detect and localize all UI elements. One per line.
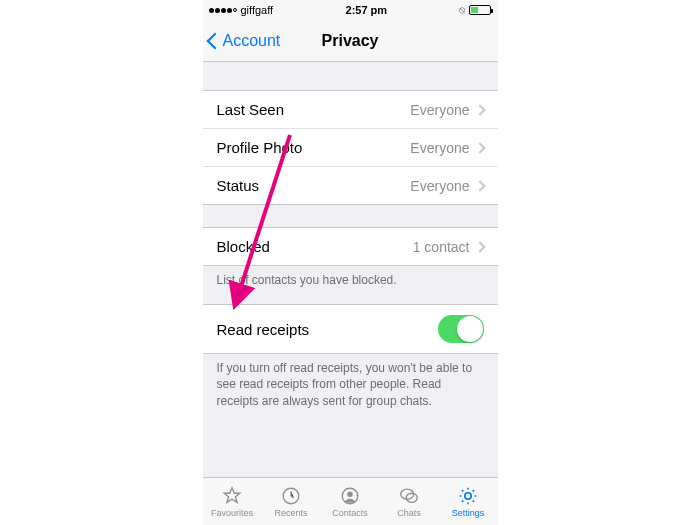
- section-spacer: [203, 62, 498, 90]
- read-receipts-toggle[interactable]: [438, 315, 484, 343]
- row-label: Blocked: [217, 238, 270, 255]
- section-spacer: [203, 294, 498, 304]
- tab-settings[interactable]: Settings: [439, 478, 498, 525]
- tab-label: Settings: [452, 508, 485, 518]
- back-label: Account: [223, 32, 281, 50]
- tab-label: Contacts: [332, 508, 368, 518]
- nav-bar: Account Privacy: [203, 20, 498, 62]
- svg-point-2: [347, 491, 353, 497]
- row-label: Status: [217, 177, 260, 194]
- tab-recents[interactable]: Recents: [262, 478, 321, 525]
- row-read-receipts: Read receipts: [203, 305, 498, 353]
- row-value-wrap: Everyone: [410, 102, 483, 118]
- star-icon: [221, 485, 243, 507]
- chevron-left-icon: [206, 32, 223, 49]
- svg-point-5: [465, 493, 471, 499]
- chevron-right-icon: [474, 142, 485, 153]
- tab-label: Chats: [397, 508, 421, 518]
- toggle-knob: [457, 316, 483, 342]
- row-profile-photo[interactable]: Profile Photo Everyone: [203, 129, 498, 167]
- clock-icon: [280, 485, 302, 507]
- read-receipts-group: Read receipts: [203, 304, 498, 354]
- row-last-seen[interactable]: Last Seen Everyone: [203, 91, 498, 129]
- tab-label: Favourites: [211, 508, 253, 518]
- privacy-group: Last Seen Everyone Profile Photo Everyon…: [203, 90, 498, 205]
- section-spacer: [203, 205, 498, 227]
- row-label: Last Seen: [217, 101, 285, 118]
- status-right: ⦸: [459, 4, 491, 16]
- row-status[interactable]: Status Everyone: [203, 167, 498, 204]
- battery-icon: [469, 5, 491, 15]
- row-value-wrap: Everyone: [410, 178, 483, 194]
- row-value: Everyone: [410, 140, 469, 156]
- back-button[interactable]: Account: [209, 32, 281, 50]
- row-label: Read receipts: [217, 321, 310, 338]
- row-value-wrap: Everyone: [410, 140, 483, 156]
- tab-favourites[interactable]: Favourites: [203, 478, 262, 525]
- tab-contacts[interactable]: Contacts: [321, 478, 380, 525]
- chevron-right-icon: [474, 241, 485, 252]
- row-value: Everyone: [410, 178, 469, 194]
- chevron-right-icon: [474, 180, 485, 191]
- status-bar: giffgaff 2:57 pm ⦸: [203, 0, 498, 20]
- row-label: Profile Photo: [217, 139, 303, 156]
- contact-icon: [339, 485, 361, 507]
- row-value: 1 contact: [413, 239, 470, 255]
- tab-bar: Favourites Recents Contacts Chats Settin…: [203, 477, 498, 525]
- row-value: Everyone: [410, 102, 469, 118]
- read-receipts-footer: If you turn off read receipts, you won't…: [203, 354, 498, 415]
- signal-dots-icon: [209, 8, 237, 13]
- dnd-icon: ⦸: [459, 4, 465, 16]
- blocked-group: Blocked 1 contact: [203, 227, 498, 266]
- carrier-label: giffgaff: [241, 4, 274, 16]
- chats-icon: [398, 485, 420, 507]
- tab-chats[interactable]: Chats: [380, 478, 439, 525]
- blocked-footer: List of contacts you have blocked.: [203, 266, 498, 294]
- status-left: giffgaff: [209, 4, 274, 16]
- phone-screen: giffgaff 2:57 pm ⦸ Account Privacy Last …: [203, 0, 498, 525]
- clock: 2:57 pm: [346, 4, 388, 16]
- gear-icon: [457, 485, 479, 507]
- row-blocked[interactable]: Blocked 1 contact: [203, 228, 498, 265]
- chevron-right-icon: [474, 104, 485, 115]
- tab-label: Recents: [274, 508, 307, 518]
- page-title: Privacy: [322, 32, 379, 50]
- row-value-wrap: 1 contact: [413, 239, 484, 255]
- svg-point-3: [401, 489, 414, 499]
